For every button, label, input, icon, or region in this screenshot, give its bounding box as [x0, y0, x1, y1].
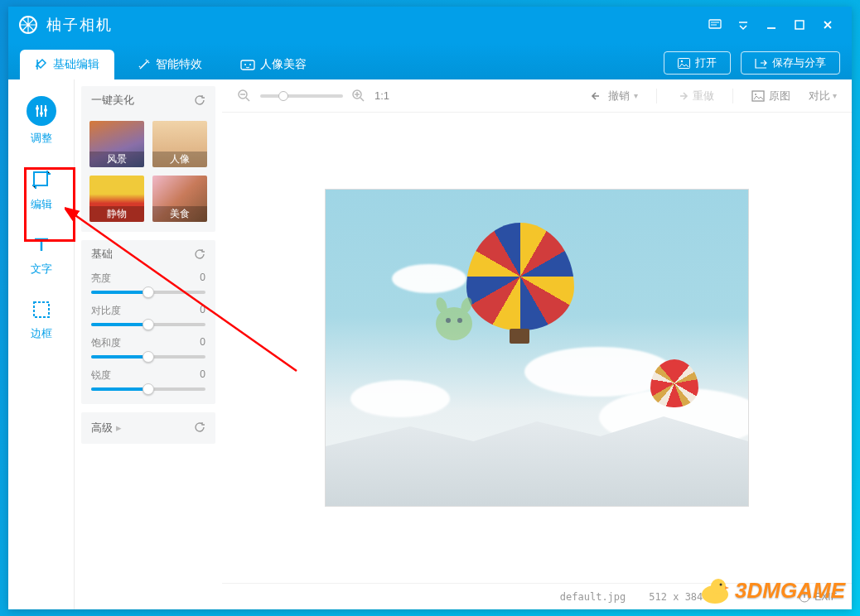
sidebar-item-text[interactable]: 文字	[30, 233, 53, 277]
magic-icon	[138, 58, 151, 71]
sidebar-item-edit[interactable]: 编辑	[29, 167, 54, 212]
svg-point-16	[755, 94, 756, 95]
message-icon[interactable]	[701, 7, 729, 43]
svg-point-7	[681, 60, 683, 61]
svg-rect-11	[34, 172, 47, 185]
tools-icon	[35, 58, 48, 71]
slider-label: 饱和度	[91, 336, 121, 350]
beautify-title: 一键美化	[91, 93, 134, 108]
slider-锐度[interactable]	[91, 387, 205, 391]
export-icon	[755, 58, 767, 69]
tab-label: 智能特效	[156, 57, 202, 72]
preset-food[interactable]: 美食	[152, 176, 207, 222]
mascot-icon	[425, 289, 483, 347]
slider-亮度[interactable]	[91, 291, 205, 294]
sidebar-item-border[interactable]: 边框	[30, 298, 53, 341]
preset-portrait[interactable]: 人像	[152, 121, 207, 167]
zoom-in-button[interactable]	[351, 89, 366, 103]
svg-point-10	[44, 108, 47, 112]
slider-value: 0	[200, 368, 205, 383]
reset-basic-button[interactable]	[194, 248, 205, 260]
tabbar: 基础编辑 智能特效 人像美容 打开 保存与分享	[8, 43, 852, 79]
tab-portrait[interactable]: 人像美容	[225, 50, 321, 79]
canvas-image[interactable]	[325, 189, 749, 507]
image-icon	[678, 58, 690, 69]
slider-label: 对比度	[91, 304, 121, 318]
svg-point-25	[711, 579, 726, 594]
preset-landscape[interactable]: 风景	[89, 121, 144, 167]
advanced-section-toggle[interactable]: 高级 ▸	[81, 412, 215, 444]
maximize-button[interactable]	[785, 7, 814, 43]
preset-still[interactable]: 静物	[89, 176, 144, 222]
slider-label: 锐度	[91, 368, 111, 383]
slider-label: 亮度	[91, 272, 111, 286]
tab-label: 人像美容	[260, 57, 307, 72]
svg-point-5	[249, 64, 251, 65]
svg-rect-12	[34, 302, 49, 317]
tab-smart-effects[interactable]: 智能特效	[123, 50, 217, 79]
watermark: 3DMGAME	[698, 576, 845, 604]
sidebar-item-adjust[interactable]: 调整	[27, 96, 56, 146]
reset-beautify-button[interactable]	[194, 94, 205, 106]
app-logo-icon	[18, 15, 38, 35]
svg-rect-15	[752, 91, 764, 101]
redo-button[interactable]: 重做	[675, 89, 714, 103]
svg-point-19	[457, 318, 462, 323]
slider-value: 0	[200, 272, 205, 286]
zoom-slider[interactable]	[260, 94, 343, 98]
svg-point-8	[36, 107, 39, 110]
titlebar: 柚子相机	[8, 7, 852, 43]
slider-饱和度[interactable]	[91, 355, 205, 359]
tab-label: 基础编辑	[53, 57, 99, 72]
dropdown-icon[interactable]	[729, 7, 757, 43]
svg-rect-3	[241, 60, 254, 70]
crop-icon	[29, 167, 54, 192]
close-button[interactable]	[814, 7, 842, 43]
status-filename: default.jpg	[560, 591, 626, 603]
app-title: 柚子相机	[46, 15, 701, 35]
undo-button[interactable]: 撤销▾	[591, 89, 638, 103]
save-share-button[interactable]: 保存与分享	[741, 51, 840, 75]
slider-value: 0	[200, 304, 205, 318]
svg-point-9	[40, 112, 43, 115]
minimize-button[interactable]	[757, 7, 785, 43]
text-icon	[30, 233, 53, 257]
sliders-icon	[33, 103, 50, 119]
face-icon	[240, 58, 255, 71]
zoom-out-button[interactable]	[237, 89, 252, 103]
adjust-panel: 一键美化 风景 人像 静物 美食 基础 亮度0对比度0饱和度0锐度0	[75, 79, 222, 609]
svg-rect-2	[795, 21, 804, 29]
original-button[interactable]: 原图	[751, 89, 790, 103]
svg-point-26	[720, 584, 722, 586]
compare-button[interactable]: 对比▾	[809, 89, 837, 103]
svg-point-4	[244, 64, 246, 65]
canvas-toolbar: 1:1 撤销▾ 重做 原图 对比▾	[222, 79, 852, 113]
slider-value: 0	[200, 336, 205, 350]
status-dimensions: 512 x 384	[649, 591, 703, 603]
frame-icon	[30, 298, 53, 321]
slider-对比度[interactable]	[91, 323, 205, 326]
svg-point-18	[446, 318, 451, 323]
svg-rect-1	[709, 20, 721, 28]
tab-basic-edit[interactable]: 基础编辑	[20, 50, 114, 79]
zoom-ratio-button[interactable]: 1:1	[374, 89, 389, 102]
chick-icon	[698, 576, 732, 604]
reset-advanced-button[interactable]	[194, 421, 205, 436]
open-button[interactable]: 打开	[664, 51, 731, 75]
sidebar: 调整 编辑 文字 边框	[8, 79, 75, 609]
basic-title: 基础	[91, 247, 113, 262]
